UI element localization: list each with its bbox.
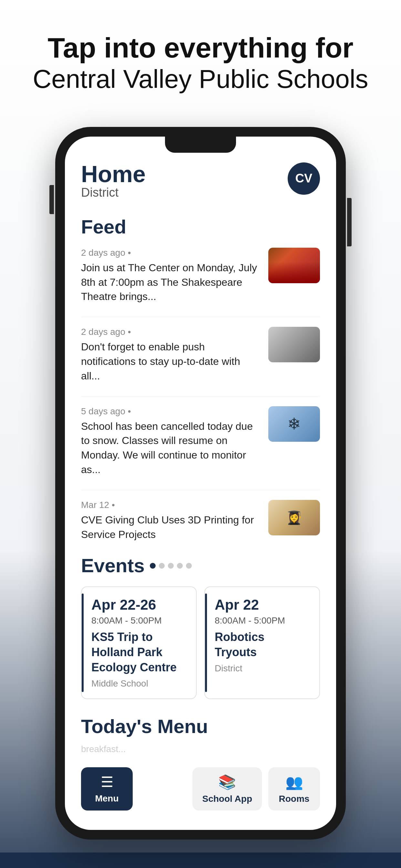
feed-meta-4: Mar 12 • [81,500,260,510]
students-image [268,500,320,535]
feed-image-3 [268,406,320,442]
todays-menu-title: Today's Menu [81,715,320,738]
school-app-icon: 📚 [218,774,236,790]
home-subtitle: District [81,186,146,199]
event-location-2: District [215,663,310,674]
feed-item-3[interactable]: 5 days ago • School has been cancelled t… [81,406,320,477]
home-title-block: Home District [81,162,146,199]
nav-label-menu: Menu [95,794,119,804]
phone-mockup: Home District CV Feed 2 days ago • [55,127,346,840]
dot-2[interactable] [159,563,165,569]
nav-item-menu[interactable]: ☰ Menu [81,767,133,810]
phone-screen: Home District CV Feed 2 days ago • [65,136,336,830]
nav-item-school-app[interactable]: 📚 School App [192,767,262,810]
dot-1[interactable] [150,563,156,569]
dot-5[interactable] [186,563,192,569]
hero-section: Tap into everything for Central Valley P… [7,0,394,114]
events-dots [150,563,192,569]
event-time-1: 8:00AM - 5:00PM [91,616,186,626]
feed-meta-3: 5 days ago • [81,406,260,416]
phone-frame: Home District CV Feed 2 days ago • [55,127,346,840]
events-cards: Apr 22-26 8:00AM - 5:00PM KS5 Trip to Ho… [81,586,320,699]
feed-image-2 [268,327,320,362]
home-title: Home [81,162,146,186]
feed-section-title: Feed [81,216,320,238]
event-card-2[interactable]: Apr 22 8:00AM - 5:00PM Robotics Tryouts … [204,586,320,699]
hero-title: Tap into everything for [33,32,368,64]
feed-item-2[interactable]: 2 days ago • Don't forget to enable push… [81,327,320,383]
feed-desc-1: Join us at The Center on Monday, July 8t… [81,260,260,304]
feed-meta-2: 2 days ago • [81,327,260,337]
event-name-1: KS5 Trip to Holland Park Ecology Centre [91,630,186,675]
nav-label-rooms: Rooms [279,794,310,804]
event-date-1: Apr 22-26 [91,597,186,613]
event-name-2: Robotics Tryouts [215,630,310,660]
event-time-2: 8:00AM - 5:00PM [215,616,310,626]
feed-item-4[interactable]: Mar 12 • CVE Giving Club Uses 3D Printin… [81,500,320,542]
feed-text-3: 5 days ago • School has been cancelled t… [81,406,260,477]
rooms-icon: 👥 [285,774,303,790]
feed-meta-1: 2 days ago • [81,248,260,258]
phone-hands-image [268,327,320,362]
events-header: Events [81,554,320,577]
event-card-1[interactable]: Apr 22-26 8:00AM - 5:00PM KS5 Trip to Ho… [81,586,197,699]
district-logo[interactable]: CV [288,162,320,195]
snow-image [268,406,320,442]
feed-item-1[interactable]: 2 days ago • Join us at The Center on Mo… [81,248,320,304]
bottom-nav: ☰ Menu 📚 School App 👥 Rooms [65,761,336,830]
home-header: Home District CV [81,162,320,199]
menu-hamburger-icon: ☰ [101,774,113,790]
event-date-2: Apr 22 [215,597,310,613]
feed-text-1: 2 days ago • Join us at The Center on Mo… [81,248,260,304]
nav-item-rooms[interactable]: 👥 Rooms [268,767,320,810]
dot-3[interactable] [168,563,174,569]
feed-desc-4: CVE Giving Club Uses 3D Printing for Ser… [81,513,260,542]
feed-text-2: 2 days ago • Don't forget to enable push… [81,327,260,383]
nav-label-school-app: School App [202,794,252,804]
feed-desc-2: Don't forget to enable push notification… [81,340,260,383]
menu-placeholder: breakfast... [81,744,320,754]
event-location-1: Middle School [91,678,186,689]
feed-desc-3: School has been cancelled today due to s… [81,419,260,477]
events-section-title: Events [81,554,145,577]
theatre-image [268,248,320,283]
feed-image-4 [268,500,320,535]
feed-text-4: Mar 12 • CVE Giving Club Uses 3D Printin… [81,500,260,542]
dot-4[interactable] [177,563,183,569]
phone-notch [165,136,236,153]
feed-image-1 [268,248,320,283]
hero-subtitle: Central Valley Public Schools [33,64,368,95]
